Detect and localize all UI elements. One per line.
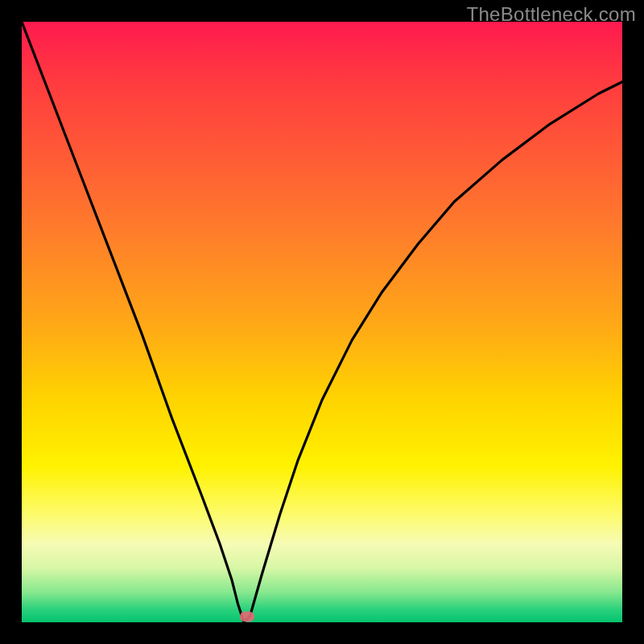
plot-area (22, 22, 622, 622)
chart-frame: TheBottleneck.com (0, 0, 644, 644)
optimal-point-marker (240, 611, 254, 621)
bottleneck-curve (22, 22, 622, 622)
